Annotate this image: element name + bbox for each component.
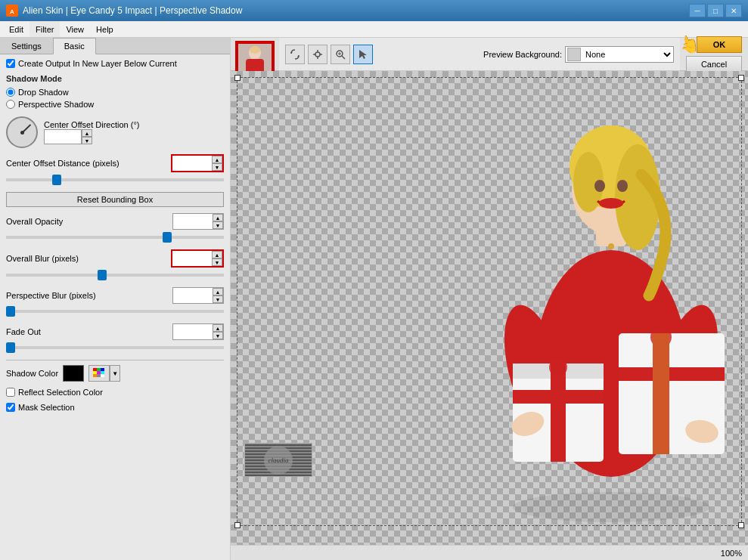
drop-shadow-label: Drop Shadow [18,88,69,97]
overall-opacity-up[interactable]: ▲ [213,214,223,221]
overall-opacity-down[interactable]: ▼ [213,221,223,229]
preview-bg-label-text: Preview Background: [483,50,562,59]
offset-distance-down[interactable]: ▼ [212,163,222,171]
zoom-tool-button[interactable] [331,45,350,64]
select-tool-button[interactable] [353,45,373,64]
tab-basic[interactable]: Basic [53,38,96,54]
center-offset-direction-section: Center Offset Direction (°) 316 ▲ ▼ [6,116,224,148]
mask-selection-checkbox[interactable] [6,403,15,412]
create-output-checkbox[interactable] [6,59,15,68]
drop-shadow-radio[interactable] [6,88,15,97]
color-grid-button[interactable] [88,365,110,382]
menu-help[interactable]: Help [90,21,119,37]
shadow-color-swatch[interactable] [63,365,84,382]
overall-opacity-input[interactable]: 75 [173,214,213,229]
overall-opacity-row: Overall Opacity 75 ▲ ▼ [6,213,224,230]
preview-bg-select[interactable]: None White Black [582,47,673,62]
offset-direction-label: Center Offset Direction (°) [44,120,139,129]
canvas-area: claudia [231,71,748,545]
main-layout: Settings Basic Create Output In New Laye… [0,38,748,560]
menu-filter[interactable]: Filter [29,21,60,37]
window-controls: ─ □ ✕ [689,4,742,17]
shadow-color-label: Shadow Color [6,369,58,378]
compass-widget[interactable] [6,116,38,148]
offset-distance-value-box: 21.97 ▲ ▼ [171,154,224,172]
color-grid-container: ▼ [88,365,120,382]
offset-direction-down[interactable]: ▼ [82,137,92,144]
menu-bar: Edit Filter View Help [0,21,748,38]
offset-distance-up[interactable]: ▲ [212,156,222,163]
status-bar: 100% [231,545,748,560]
watermark-circle: claudia [264,446,293,475]
perspective-blur-spinners: ▲ ▼ [213,288,223,303]
perspective-blur-down[interactable]: ▼ [213,295,223,303]
overall-blur-down[interactable]: ▼ [212,258,222,266]
reflect-selection-label: Reflect Selection Color [18,388,103,397]
fade-out-up[interactable]: ▲ [213,324,223,332]
color-dropdown-button[interactable]: ▼ [110,365,120,382]
menu-view[interactable]: View [60,21,90,37]
svg-rect-35 [513,390,604,404]
handle-tr[interactable] [738,75,744,81]
ok-button[interactable]: OK [697,36,742,53]
overall-blur-input[interactable]: 43.71 [172,251,212,266]
overall-opacity-slider[interactable] [6,236,224,239]
offset-distance-slider[interactable] [6,178,224,181]
menu-edit[interactable]: Edit [3,21,29,37]
tab-bar: Settings Basic [0,38,230,54]
fade-out-input[interactable]: 0 [173,324,213,339]
overall-blur-up[interactable]: ▲ [212,251,222,258]
maximize-button[interactable]: □ [707,4,724,17]
tab-settings[interactable]: Settings [0,38,53,54]
create-output-label: Create Output In New Layer Below Current [18,59,177,68]
fade-out-slider[interactable] [6,346,224,349]
offset-direction-up[interactable]: ▲ [82,129,92,137]
perspective-blur-input[interactable]: 0.00 [173,288,213,303]
overall-blur-slider[interactable] [6,274,224,277]
svg-rect-2 [93,368,97,371]
divider1 [6,360,224,360]
cancel-button[interactable]: Cancel [686,56,742,73]
fade-out-value-box: 0 ▲ ▼ [172,323,224,340]
svg-rect-7 [101,371,104,374]
reflect-selection-checkbox[interactable] [6,388,15,397]
app-icon: A [6,5,18,17]
shadow-mode-group: Drop Shadow Perspective Shadow [6,88,224,109]
handle-tl[interactable] [234,75,241,81]
preview-bg-control: None White Black [565,46,674,63]
compass-needle [21,124,31,134]
reflect-selection-row: Reflect Selection Color [6,388,224,397]
perspective-blur-slider[interactable] [6,310,224,313]
offset-direction-input[interactable]: 316 [44,129,82,144]
fade-out-spinners: ▲ ▼ [213,324,223,339]
perspective-shadow-radio[interactable] [6,100,15,109]
offset-distance-input[interactable]: 21.97 [172,156,212,171]
perspective-blur-section: Perspective Blur (pixels) 0.00 ▲ ▼ [6,287,224,317]
svg-rect-39 [619,367,725,381]
svg-rect-34 [551,364,566,462]
fade-out-down[interactable]: ▼ [213,332,223,339]
close-button[interactable]: ✕ [725,4,742,17]
svg-point-30 [617,180,628,192]
fade-out-section: Fade Out 0 ▲ ▼ [6,323,224,354]
handle-bl[interactable] [234,522,241,528]
minimize-button[interactable]: ─ [689,4,706,17]
perspective-blur-up[interactable]: ▲ [213,288,223,295]
action-buttons: 👆 OK Cancel [680,38,748,70]
rotate-tool-button[interactable] [285,45,305,64]
preview-bg-swatch [567,48,581,61]
offset-distance-label: Center Offset Distance (pixels) [6,159,119,168]
pan-tool-button[interactable] [308,45,327,64]
reset-bounding-box-button[interactable]: Reset Bounding Box [6,192,224,207]
preview-background-section: Preview Background: None White Black [483,46,674,63]
offset-direction-controls: Center Offset Direction (°) 316 ▲ ▼ [44,120,139,144]
perspective-blur-value-box: 0.00 ▲ ▼ [172,287,224,304]
thumbnail-container [231,38,279,70]
mask-selection-row: Mask Selection [6,403,224,412]
offset-distance-spinners: ▲ ▼ [212,156,222,171]
left-panel: Settings Basic Create Output In New Laye… [0,38,231,560]
toolbar: Preview Background: None White Black [279,38,680,71]
svg-point-36 [549,358,567,376]
offset-distance-section: Center Offset Distance (pixels) 21.97 ▲ … [6,154,224,186]
perspective-shadow-label: Perspective Shadow [18,100,94,109]
